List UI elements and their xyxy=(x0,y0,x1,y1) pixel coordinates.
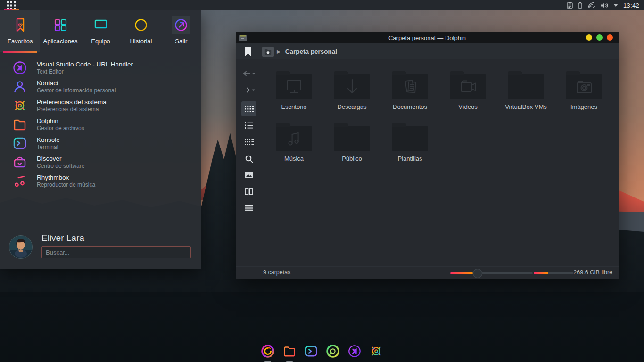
app-title: Dolphin xyxy=(37,117,84,124)
folder-publico[interactable]: Público xyxy=(323,111,381,163)
logout-arrow-icon xyxy=(172,16,190,34)
app-subtitle: Gestor de archivos xyxy=(37,125,84,132)
app-item-konsole[interactable]: Konsole Terminal xyxy=(0,134,201,153)
tab-label: Aplicaciones xyxy=(43,38,78,45)
tab-label: Equipo xyxy=(91,38,110,45)
disk-usage-bar xyxy=(534,272,573,274)
dock-files[interactable] xyxy=(282,343,297,362)
tab-label: Salir xyxy=(175,38,187,45)
folder-label: Música xyxy=(282,155,306,163)
folder-escritorio[interactable]: Escritorio xyxy=(265,59,323,111)
dock-konsole[interactable] xyxy=(304,343,319,362)
clock[interactable]: 13:42 xyxy=(623,2,639,9)
tab-historial[interactable]: Historial xyxy=(121,10,161,52)
close-button[interactable] xyxy=(607,34,613,41)
maximize-button[interactable] xyxy=(596,34,603,41)
search-icon xyxy=(245,155,253,163)
running-indicator xyxy=(286,361,293,362)
chevron-down-icon[interactable] xyxy=(613,4,618,7)
avatar[interactable] xyxy=(9,236,32,258)
files-folder-icon xyxy=(282,344,297,358)
app-subtitle: Reproductor de música xyxy=(37,181,95,188)
app-grid-gradient-icon xyxy=(51,16,70,34)
folder-icon xyxy=(450,74,486,99)
titlebar[interactable]: Carpeta personal — Dolphin xyxy=(236,32,619,43)
gear-icon xyxy=(12,98,27,113)
menu-button[interactable] xyxy=(241,200,256,215)
tab-favoritos[interactable]: Favoritos xyxy=(0,10,40,52)
search-button[interactable] xyxy=(241,151,256,166)
app-title: Rhythmbox xyxy=(37,174,95,181)
folder-label: VirtualBox VMs xyxy=(503,103,549,111)
app-item-kontact[interactable]: Kontact Gestor de información personal xyxy=(0,77,201,96)
preview-button[interactable] xyxy=(241,167,256,182)
zoom-slider-knob[interactable] xyxy=(473,269,482,278)
forward-button[interactable] xyxy=(241,82,256,98)
split-columns-icon xyxy=(245,188,253,195)
dock-settings[interactable] xyxy=(369,343,384,362)
icons-view-button[interactable] xyxy=(241,101,256,116)
software-bag-icon xyxy=(12,155,27,170)
folder-imagenes[interactable]: Imágenes xyxy=(555,59,613,111)
user-name: Eliver Lara xyxy=(41,233,191,243)
folder-count: 9 carpetas xyxy=(263,269,290,276)
bookmark-icon[interactable] xyxy=(245,47,251,56)
clipboard-icon[interactable] xyxy=(567,2,573,9)
folder-documentos[interactable]: Documentos xyxy=(381,59,439,111)
app-item-discover[interactable]: Discover Centro de software xyxy=(0,153,201,172)
tab-salir[interactable]: Salir xyxy=(161,10,201,52)
folder-virtualbox-vms[interactable]: VirtualBox VMs xyxy=(497,59,555,111)
tab-label: Favoritos xyxy=(8,38,33,45)
dock-firefox[interactable] xyxy=(260,343,275,362)
battery-icon[interactable] xyxy=(578,2,582,9)
list-view-button[interactable] xyxy=(241,118,256,133)
folder-descargas[interactable]: Descargas xyxy=(323,59,381,111)
view-sidebar xyxy=(236,59,262,267)
split-view-button[interactable] xyxy=(241,184,256,199)
app-item-rhythmbox[interactable]: Rhythmbox Reproductor de música xyxy=(0,172,201,190)
folder-videos[interactable]: Vídeos xyxy=(439,59,497,111)
folder-label: Imágenes xyxy=(568,103,600,111)
app-grid-icon xyxy=(7,1,16,9)
window-app-icon xyxy=(239,35,247,41)
folder-icon xyxy=(276,126,312,151)
app-title: Preferencias del sistema xyxy=(37,99,107,106)
folder-label: Escritorio xyxy=(279,103,309,111)
app-launcher-button[interactable] xyxy=(0,0,23,10)
tab-equipo[interactable]: Equipo xyxy=(81,10,121,52)
compact-view-button[interactable] xyxy=(241,134,256,149)
folder-plantillas[interactable]: Plantillas xyxy=(381,111,439,163)
dock-vscode[interactable] xyxy=(347,343,362,362)
minimize-button[interactable] xyxy=(586,34,592,41)
volume-icon[interactable] xyxy=(601,2,608,9)
breadcrumb[interactable]: Carpeta personal xyxy=(285,48,337,55)
monitor-glyph-icon xyxy=(284,77,305,97)
home-button[interactable] xyxy=(262,47,274,57)
zoom-slider-fill xyxy=(450,272,473,274)
app-item-preferencias[interactable]: Preferencias del sistema Preferencias de… xyxy=(0,96,201,115)
dolphin-window: Carpeta personal — Dolphin ▶ Carpeta per… xyxy=(236,32,619,279)
compact-view-icon xyxy=(245,139,254,145)
network-icon[interactable] xyxy=(587,2,595,9)
folder-musica[interactable]: Música xyxy=(265,111,323,163)
folder-label: Documentos xyxy=(390,103,429,111)
folder-icon xyxy=(276,74,312,99)
tab-label: Historial xyxy=(130,38,152,45)
folder-label: Vídeos xyxy=(456,103,479,111)
zoom-slider[interactable] xyxy=(450,272,533,274)
documents-glyph-icon xyxy=(400,77,421,97)
monitor-icon xyxy=(91,16,110,34)
application-launcher-menu: Favoritos Aplicaciones xyxy=(0,10,201,269)
terminal-icon xyxy=(304,344,318,358)
dock-chromium[interactable] xyxy=(325,343,340,362)
window-title: Carpeta personal — Dolphin xyxy=(236,34,619,41)
tab-aplicaciones[interactable]: Aplicaciones xyxy=(40,10,80,52)
app-item-vscode[interactable]: Visual Studio Code - URL Handler Text Ed… xyxy=(0,58,201,77)
search-input[interactable] xyxy=(41,246,191,258)
back-button[interactable] xyxy=(241,66,256,81)
app-item-dolphin[interactable]: Dolphin Gestor de archivos xyxy=(0,115,201,134)
app-subtitle: Preferencias del sistema xyxy=(37,106,107,113)
folder-view[interactable]: Escritorio Descargas xyxy=(262,59,619,267)
app-title: Discover xyxy=(37,155,84,162)
folder-icon xyxy=(334,74,370,99)
